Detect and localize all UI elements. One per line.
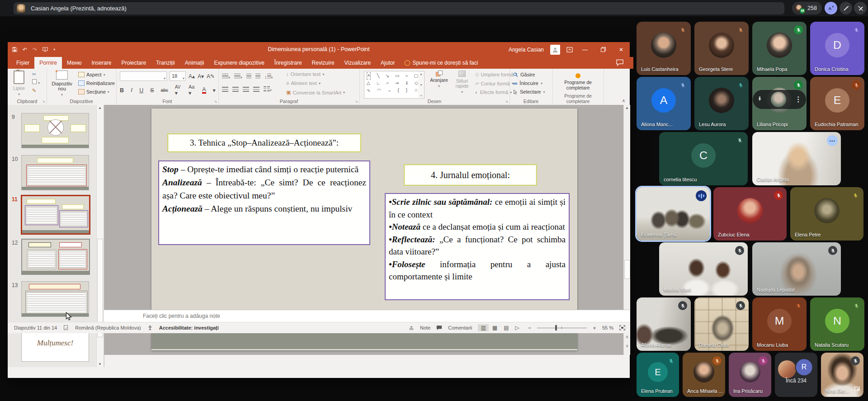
participant-tile-eudochia-patraman[interactable]: EEudochia Patraman [810, 77, 864, 130]
pin-button[interactable] [757, 95, 763, 104]
tab-proiectare[interactable]: Proiectare [117, 57, 151, 69]
increase-indent-button[interactable] [255, 72, 260, 80]
participant-tile-liliana-pricopi[interactable]: Liliana Pricopi⋮ [752, 77, 807, 130]
tab-pornire[interactable]: Pornire [34, 57, 62, 69]
participant-tile-mihaela-popa[interactable]: Mihaela Popa [752, 22, 807, 75]
align-right-button[interactable] [243, 87, 249, 92]
collapse-ribbon-icon[interactable]: ∧ [622, 98, 625, 103]
cut-icon[interactable]: ✂ [32, 71, 40, 77]
tab-fișier[interactable]: Fișier [11, 57, 34, 69]
strikethrough-button[interactable]: S [150, 87, 154, 94]
copy-icon[interactable]: ▾ [32, 79, 40, 86]
slideshow-view-button[interactable]: ▷ [513, 324, 522, 331]
notes-toggle[interactable]: Note [420, 325, 430, 330]
section-button[interactable]: Secțiune▾ [78, 89, 109, 94]
participant-tile-încă-234[interactable]: RÎncă 234 [775, 353, 817, 397]
participant-tile-lesu-aurora[interactable]: Lesu Aurora [694, 77, 749, 130]
participant-tile-luis-castanheira[interactable]: Luis Castanheira [637, 22, 691, 75]
feedback-chat-icon[interactable] [616, 59, 623, 66]
font-color-button[interactable]: A [202, 87, 206, 94]
minimize-button[interactable]: — [579, 47, 591, 53]
next-slide-icon[interactable]: ∨ [624, 344, 630, 348]
underline-button[interactable]: U [139, 87, 143, 94]
shapes-gallery[interactable]: A╲↘▭○▢ △∟⌐⇒⇓◇ ∿◠⌣{}☆ [364, 71, 421, 99]
font-name-combo[interactable]: ▾ [120, 71, 167, 81]
comments-toggle[interactable]: Comentarii [448, 325, 472, 330]
comments-icon[interactable] [436, 325, 442, 330]
tab-revizuire[interactable]: Revizuire [307, 57, 340, 69]
new-slide-button[interactable]: ✶ Diapozitiv nou▾ [48, 71, 75, 98]
notes-pane[interactable]: Faceți clic pentru a adăuga note [104, 310, 630, 322]
ppt-title-bar[interactable]: ↶ ↷ ▾ Dimensiunea personală (1) - PowerP… [8, 42, 630, 57]
tab-inserare[interactable]: Inserare [86, 57, 116, 69]
proofing-icon[interactable] [63, 325, 69, 330]
tab-tranziții[interactable]: Tranziții [151, 57, 180, 69]
smartart-button[interactable]: ▣Conversie la SmartArt▾ [286, 90, 345, 95]
scroll-up-icon[interactable]: ▲ [624, 106, 630, 110]
participant-tile-elena-petre[interactable]: Elena Petre [790, 187, 863, 241]
participant-tile-aliona-afanas[interactable]: Aliona Afanas [637, 297, 691, 351]
reading-view-button[interactable]: ▤ [501, 324, 511, 331]
close-button[interactable]: ✕ [615, 47, 627, 53]
dialog-launcher-icon[interactable]: ↘ [42, 99, 45, 104]
participant-tile-anca-mihaela[interactable]: Anca Mihaela ... [683, 353, 725, 397]
shape-outline-button[interactable]: ▱Contur formă▾ [475, 80, 514, 86]
accessibility-status[interactable]: Accesibilitate: investigați [159, 325, 219, 330]
clear-formatting-button[interactable]: A✎ [207, 73, 215, 80]
participant-tile-elena-prutean[interactable]: EElena Prutean [637, 353, 679, 397]
zoom-level[interactable]: 55 % [602, 325, 613, 330]
stop-text-box[interactable]: Stop – Oprește-te imediat când simți o r… [158, 160, 370, 245]
participant-tile-daniela-ciuta[interactable]: Daniela Ciuta [694, 297, 749, 351]
grow-font-button[interactable]: A▴ [189, 73, 195, 80]
account-name[interactable]: Angela Casian [509, 47, 544, 53]
quick-styles-button[interactable]: Stiluri rapide▾ [451, 71, 473, 98]
replace-button[interactable]: ab Înlocuire▾ [513, 80, 542, 86]
justify-button[interactable] [253, 87, 259, 92]
slide-thumbnail-11[interactable] [21, 195, 90, 234]
participant-tile-nadejda-lepadat[interactable]: Nadejda Lepadat [752, 242, 841, 296]
tab-[interactable]: Меню [62, 57, 86, 69]
format-painter-icon[interactable]: ✎ [32, 88, 40, 94]
font-size-combo[interactable]: 18▾ [170, 71, 186, 81]
find-button[interactable]: Găsire [513, 72, 535, 77]
zoom-slider-thumb[interactable] [555, 325, 557, 330]
dialog-launcher-icon[interactable]: ↘ [505, 99, 508, 104]
tab-animații[interactable]: Animații [180, 57, 209, 69]
reset-button[interactable]: Reinițializare [78, 80, 115, 86]
columns-button[interactable]: ▾ [264, 85, 272, 93]
paste-button[interactable]: Lipire▾ [9, 71, 28, 98]
account-avatar[interactable] [550, 45, 560, 55]
text-shadow-button[interactable]: abc [161, 88, 168, 93]
text-orientation-button[interactable]: ↕Orientare text▾ [286, 71, 324, 77]
dialog-launcher-icon[interactable]: ↘ [214, 99, 217, 104]
tab-ajutor[interactable]: Ajutor [376, 57, 400, 69]
participant-tile-casian-angela[interactable]: Casian Angela⋯ [752, 132, 841, 185]
font-color-dropdown[interactable]: ▾ [213, 87, 216, 94]
shrink-font-button[interactable]: A▾ [198, 73, 204, 80]
decrease-indent-button[interactable] [246, 72, 251, 80]
addins-button[interactable]: Programe de completare [556, 71, 600, 90]
change-case-button[interactable]: Aa ▾ [189, 84, 195, 96]
participant-tile-cornelia-titescu[interactable]: Ccornelia titescu [659, 132, 748, 185]
scroll-down-icon[interactable]: ▼ [97, 362, 103, 366]
tab-vizualizare[interactable]: Vizualizare [340, 57, 376, 69]
italic-button[interactable]: I [131, 87, 132, 94]
participant-tile-ina-prisăcaru[interactable]: Ina Prisăcaru [729, 353, 771, 397]
slide-title-box[interactable]: 3. Tehnica „Stop–Analizează–Acționează”: [167, 133, 361, 152]
participant-tile-donica-cristina[interactable]: DDonica Cristina [810, 22, 864, 75]
bold-button[interactable]: B [120, 87, 124, 94]
zoom-out-button[interactable]: − [528, 325, 532, 331]
restore-button[interactable] [597, 47, 609, 53]
shapes-gallery-scroll[interactable]: ▴▾≡ [418, 71, 425, 99]
tab-înregistrare[interactable]: Înregistrare [269, 57, 307, 69]
language-indicator[interactable]: Română (Republica Moldova) [75, 325, 141, 330]
shape-effects-button[interactable]: ◐Efecte formă▾ [475, 90, 512, 95]
participant-tile-georgeta-stere[interactable]: Georgeta Stere [694, 22, 749, 75]
tab-expunere-diapozitive[interactable]: Expunere diapozitive [209, 57, 269, 69]
participant-tile-aliona-manc[interactable]: AAliona Manc... [637, 77, 691, 130]
select-button[interactable]: Selectare▾ [513, 89, 545, 94]
participant-tile-natalia-scutaru[interactable]: NNatalia Scutaru [810, 297, 864, 351]
align-center-button[interactable] [232, 87, 239, 92]
normal-view-button[interactable]: ▥ [478, 324, 488, 331]
slide-thumbnail-12[interactable] [21, 239, 90, 275]
